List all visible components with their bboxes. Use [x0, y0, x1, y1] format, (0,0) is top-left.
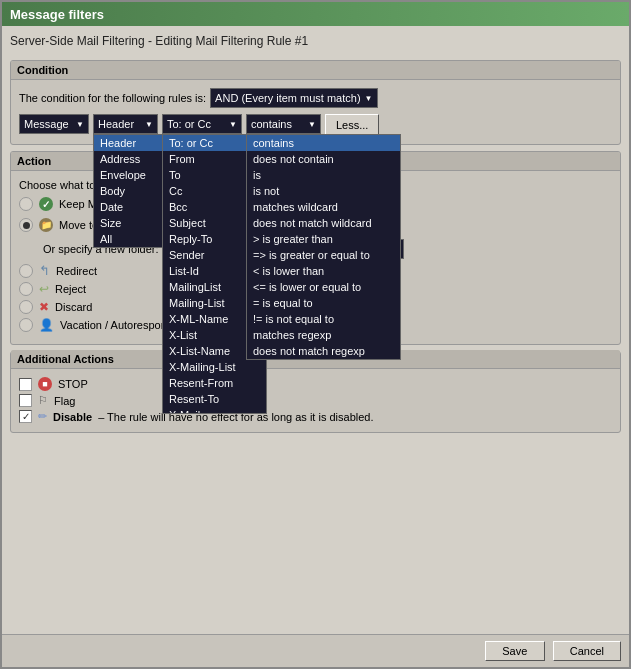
- col4-item-doesnotmatchwildcard[interactable]: does not match wildcard: [247, 215, 400, 231]
- col4-item-isnot[interactable]: is not: [247, 183, 400, 199]
- reject-icon: ↩: [39, 282, 49, 296]
- disable-label: Disable: [53, 411, 92, 423]
- flag-icon: ⚐: [38, 394, 48, 407]
- condition-panel: Condition The condition for the followin…: [10, 60, 621, 145]
- condition-arrow-icon: ▼: [365, 94, 373, 103]
- reject-label: Reject: [55, 283, 86, 295]
- redirect-radio[interactable]: [19, 264, 33, 278]
- title-bar: Message filters: [2, 2, 629, 26]
- col2-select[interactable]: Header ▼: [93, 114, 158, 134]
- condition-row: The condition for the following rules is…: [19, 88, 612, 108]
- col3-container: To: or Cc ▼ To: or Cc From To Cc Bcc Sub…: [162, 114, 242, 134]
- flag-checkbox[interactable]: [19, 394, 32, 407]
- page-subtitle: Server-Side Mail Filtering - Editing Mai…: [10, 34, 621, 52]
- disable-icon: ✏: [38, 410, 47, 423]
- stop-checkbox[interactable]: [19, 378, 32, 391]
- col3-item-resentto[interactable]: Resent-To: [163, 391, 266, 407]
- flag-label: Flag: [54, 395, 75, 407]
- col4-item-isnotequalto[interactable]: != is not equal to: [247, 311, 400, 327]
- reject-radio[interactable]: [19, 282, 33, 296]
- cancel-button[interactable]: Cancel: [553, 641, 621, 661]
- disable-checkbox[interactable]: [19, 410, 32, 423]
- disable-row: ✏ Disable – The rule will have no effect…: [19, 410, 612, 423]
- keep-radio[interactable]: [19, 197, 33, 211]
- col4-item-lowerthan[interactable]: < is lower than: [247, 263, 400, 279]
- col2-container: Header ▼ Header Address Envelope Body Da…: [93, 114, 158, 134]
- redirect-icon: ↰: [39, 263, 50, 278]
- col4-item-greaterorequal[interactable]: => is greater or equal to: [247, 247, 400, 263]
- col4-item-isequal[interactable]: = is equal to: [247, 295, 400, 311]
- col1-arrow-icon: ▼: [76, 120, 84, 129]
- bottom-bar: Save Cancel: [2, 634, 629, 667]
- keep-icon: ✓: [39, 197, 53, 211]
- discard-label: Discard: [55, 301, 92, 313]
- discard-icon: ✖: [39, 300, 49, 314]
- col1-container: Message ▼: [19, 114, 89, 134]
- col4-item-matcheswildcard[interactable]: matches wildcard: [247, 199, 400, 215]
- col4-container: contains ▼ contains does not contain is …: [246, 114, 321, 134]
- col3-arrow-icon: ▼: [229, 120, 237, 129]
- condition-select[interactable]: AND (Every item must match) ▼: [210, 88, 377, 108]
- vacation-radio[interactable]: [19, 318, 33, 332]
- save-button[interactable]: Save: [485, 641, 545, 661]
- col4-item-is[interactable]: is: [247, 167, 400, 183]
- window: Message filters Server-Side Mail Filteri…: [0, 0, 631, 669]
- col4-item-doesnotmatchregexp[interactable]: does not match regexp: [247, 343, 400, 359]
- col4-dropdown: contains does not contain is is not matc…: [246, 134, 401, 360]
- col3-item-xmailinglist[interactable]: X-Mailing-List: [163, 359, 266, 375]
- window-title: Message filters: [10, 7, 104, 22]
- col3-item-resentfrom[interactable]: Resent-From: [163, 375, 266, 391]
- additional-panel: Additional Actions ■ STOP ⚐ Flag ✏ Disab…: [10, 351, 621, 433]
- col4-item-matchesregexp[interactable]: matches regexp: [247, 327, 400, 343]
- col2-arrow-icon: ▼: [145, 120, 153, 129]
- condition-header: Condition: [11, 61, 620, 80]
- col3-select[interactable]: To: or Cc ▼: [162, 114, 242, 134]
- filter-row: Message ▼ Header ▼ Header Address Envelo…: [19, 114, 612, 136]
- col4-arrow-icon: ▼: [308, 120, 316, 129]
- col1-select[interactable]: Message ▼: [19, 114, 89, 134]
- col4-item-lowerorequal[interactable]: <= is lower or equal to: [247, 279, 400, 295]
- folder-icon: 📁: [39, 218, 53, 232]
- col4-item-contains[interactable]: contains: [247, 135, 400, 151]
- stop-row: ■ STOP: [19, 377, 612, 391]
- col4-item-doesnotcontain[interactable]: does not contain: [247, 151, 400, 167]
- stop-label: STOP: [58, 378, 88, 390]
- discard-radio[interactable]: [19, 300, 33, 314]
- col3-item-xmailer[interactable]: X-Mailer: [163, 407, 266, 414]
- content-area: Server-Side Mail Filtering - Editing Mai…: [2, 26, 629, 634]
- stop-icon: ■: [38, 377, 52, 391]
- move-radio[interactable]: [19, 218, 33, 232]
- col4-item-greaterthan[interactable]: > is greater than: [247, 231, 400, 247]
- redirect-label: Redirect: [56, 265, 97, 277]
- condition-text: The condition for the following rules is…: [19, 92, 206, 104]
- vacation-icon: 👤: [39, 318, 54, 332]
- col4-select[interactable]: contains ▼: [246, 114, 321, 134]
- less-button[interactable]: Less...: [325, 114, 379, 136]
- flag-row: ⚐ Flag: [19, 394, 612, 407]
